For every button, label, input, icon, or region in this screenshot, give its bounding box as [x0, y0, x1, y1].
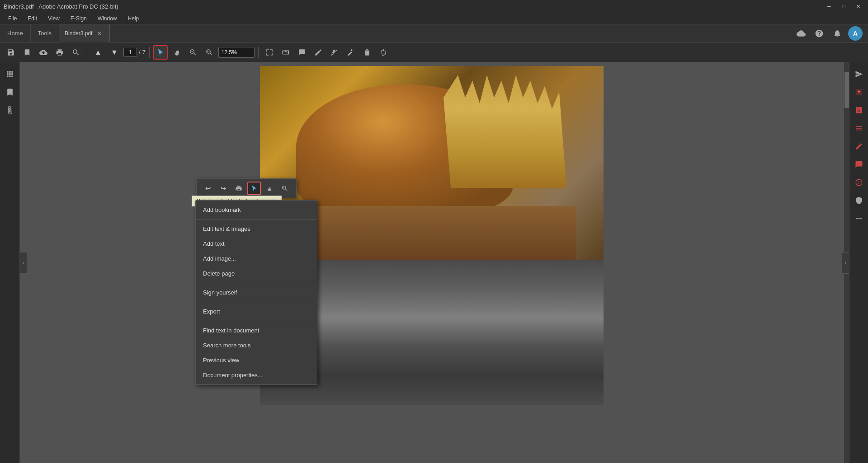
toolbar: ▲ ▼ / 7 12.5% [0, 42, 868, 62]
toolbar-separator-1 [87, 47, 87, 58]
ctx-search-more-tools[interactable]: Search more tools [196, 338, 317, 353]
prev-page-button[interactable]: ▲ [91, 45, 105, 60]
ctx-sep-1 [196, 219, 317, 220]
ctx-document-properties[interactable]: Document properties... [196, 368, 317, 383]
menu-edit[interactable]: Edit [23, 14, 42, 23]
mini-selection-button[interactable] [247, 182, 261, 195]
menu-window[interactable]: Window [93, 14, 122, 23]
ctx-sep-4 [196, 321, 317, 321]
left-sidebar [0, 62, 20, 463]
review-button[interactable] [851, 156, 867, 173]
maximize-button[interactable]: □ [837, 2, 850, 11]
file-tab-close[interactable]: ✕ [95, 29, 104, 38]
upload-button[interactable] [36, 45, 51, 60]
ctx-find-text[interactable]: Find text in document [196, 323, 317, 338]
hand-tool-button[interactable] [170, 45, 184, 60]
nav-home[interactable]: Home [0, 24, 31, 42]
print-button[interactable] [52, 45, 67, 60]
mini-print-button[interactable] [232, 182, 245, 195]
page-nav: / 7 [123, 48, 146, 57]
protect-button[interactable] [851, 192, 867, 209]
ctx-export[interactable]: Export [196, 304, 317, 319]
page-input[interactable] [123, 48, 137, 57]
zoom-selector[interactable]: 12.5% [218, 47, 255, 58]
send-review-button[interactable] [851, 66, 867, 82]
bun-bottom [287, 206, 576, 260]
nav-tools[interactable]: Tools [31, 24, 59, 42]
ctx-add-bookmark[interactable]: Add bookmark [196, 202, 317, 217]
rotate-button[interactable] [376, 45, 391, 60]
more-tools-button[interactable] [851, 210, 867, 227]
mini-undo-button[interactable]: ↩ [201, 182, 215, 195]
ctx-previous-view[interactable]: Previous view [196, 353, 317, 368]
close-button[interactable]: ✕ [852, 2, 864, 11]
next-page-button[interactable]: ▼ [107, 45, 122, 60]
menu-view[interactable]: View [43, 14, 64, 23]
thumbnail-panel-button[interactable] [2, 66, 18, 82]
ctx-add-text[interactable]: Add text [196, 236, 317, 251]
ctx-sep-3 [196, 302, 317, 302]
measure-button[interactable] [278, 45, 293, 60]
export-pdf-button[interactable] [851, 102, 867, 118]
pdf-content-area: ↩ ↪ Selection tool for text and images A… [20, 62, 844, 463]
minimize-button[interactable]: ─ [823, 2, 835, 11]
bookmarks-panel-button[interactable] [2, 84, 18, 100]
mini-zoom-button[interactable] [278, 182, 292, 195]
menu-file[interactable]: File [4, 14, 21, 23]
attachments-panel-button[interactable] [2, 102, 18, 118]
find-button[interactable] [69, 45, 83, 60]
edit-pdf-button[interactable] [851, 138, 867, 154]
toolbar-separator-3 [258, 47, 259, 58]
ctx-sep-2 [196, 283, 317, 283]
cloud-icon[interactable] [794, 26, 808, 41]
help-icon[interactable] [812, 26, 826, 41]
pencil-button[interactable] [311, 45, 326, 60]
header-right: A [794, 26, 868, 41]
menu-esign[interactable]: E-Sign [66, 14, 91, 23]
ctx-add-image[interactable]: Add image... [196, 251, 317, 266]
file-tab[interactable]: Binder3.pdf ✕ [59, 24, 110, 42]
title-bar: Binder3.pdf - Adobe Acrobat Pro DC (32-b… [0, 0, 868, 13]
mini-hand-button[interactable] [263, 182, 276, 195]
ctx-delete-page[interactable]: Delete page [196, 266, 317, 281]
mini-redo-button[interactable]: ↪ [217, 182, 230, 195]
scroll-thumb[interactable] [844, 72, 849, 108]
window-controls: ─ □ ✕ [823, 2, 864, 11]
left-panel-collapse[interactable]: ‹ [20, 252, 27, 274]
toolbar-separator-2 [149, 47, 150, 58]
ctx-sign-yourself[interactable]: Sign yourself [196, 285, 317, 300]
user-avatar[interactable]: A [848, 26, 863, 41]
title-text: Binder3.pdf - Adobe Acrobat Pro DC (32-b… [4, 3, 118, 10]
delete-button[interactable] [360, 45, 374, 60]
menu-bar: File Edit View E-Sign Window Help [0, 13, 868, 24]
context-menu: Add bookmark Edit text & images Add text… [195, 200, 317, 385]
signature-button[interactable] [344, 45, 358, 60]
main-area: ‹ ↩ ↪ [0, 62, 868, 463]
page-total: 7 [142, 49, 146, 56]
share-button[interactable] [851, 84, 867, 100]
zoom-in-button[interactable] [202, 45, 217, 60]
selection-tool-button[interactable] [153, 45, 168, 60]
right-panel-collapse[interactable]: › [842, 252, 849, 274]
ctx-edit-text-images[interactable]: Edit text & images [196, 221, 317, 236]
fit-page-button[interactable] [262, 45, 277, 60]
right-sidebar [849, 62, 868, 463]
nav-bar: Home Tools Binder3.pdf ✕ A [0, 24, 868, 42]
bookmark-button[interactable] [20, 45, 34, 60]
fries [436, 75, 581, 188]
page-sep: / [139, 49, 141, 56]
comment-button[interactable] [295, 45, 309, 60]
file-tab-name: Binder3.pdf [65, 30, 92, 37]
zoom-out-button[interactable] [186, 45, 200, 60]
organize-pages-button[interactable] [851, 120, 867, 136]
menu-help[interactable]: Help [123, 14, 144, 23]
fill-sign-button[interactable] [851, 174, 867, 191]
save-button[interactable] [4, 45, 18, 60]
bell-icon[interactable] [830, 26, 844, 41]
highlight-button[interactable] [327, 45, 342, 60]
